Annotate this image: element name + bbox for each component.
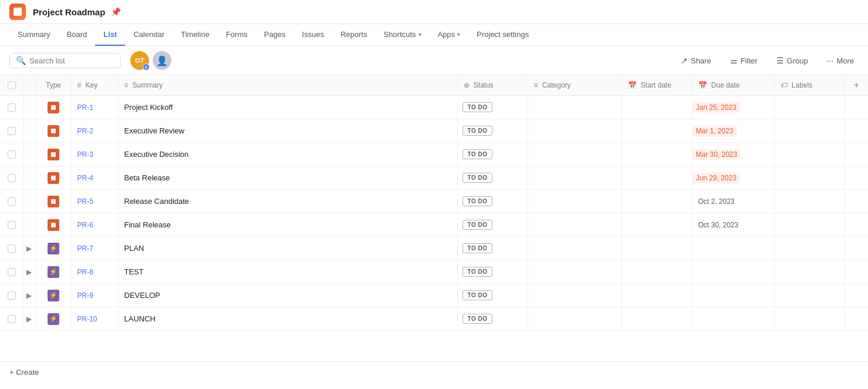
due-date: Mar 1, 2023	[693, 126, 737, 136]
table-row: PR-3Executive DecisionTO DOMar 30, 2023	[0, 143, 868, 166]
issues-table: Type # Key ≡ Summary ⊕ Status ≡ Category	[0, 75, 868, 331]
nav-list[interactable]: List	[95, 24, 125, 46]
issue-summary[interactable]: Executive Decision	[119, 150, 189, 159]
issue-key[interactable]: PR-6	[72, 221, 93, 229]
nav-shortcuts[interactable]: Shortcuts ▾	[376, 24, 430, 46]
status-badge: TO DO	[462, 196, 493, 206]
group-icon: ☰	[776, 56, 784, 65]
status-badge: TO DO	[462, 102, 493, 112]
issue-summary[interactable]: Final Release	[119, 220, 171, 229]
nav-reports[interactable]: Reports	[332, 24, 376, 46]
header-type: Type	[36, 75, 71, 96]
filter-button[interactable]: ⚌ Filter	[725, 53, 762, 68]
issue-summary[interactable]: TEST	[119, 267, 144, 276]
filter-icon: ⚌	[730, 56, 738, 65]
table-row: PR-6Final ReleaseTO DOOct 30, 2023	[0, 213, 868, 237]
nav-timeline[interactable]: Timeline	[173, 24, 218, 46]
milestone-icon	[48, 172, 59, 184]
nav-apps[interactable]: Apps ▾	[430, 24, 469, 46]
table-row: ▶⚡PR-7PLANTO DO	[0, 237, 868, 260]
row-checkbox[interactable]	[8, 221, 16, 229]
due-date: Jun 29, 2023	[693, 173, 740, 183]
issue-summary[interactable]: Executive Review	[119, 126, 185, 135]
row-checkbox[interactable]	[8, 291, 16, 300]
select-all-checkbox[interactable]	[8, 81, 16, 89]
nav-pages[interactable]: Pages	[256, 24, 294, 46]
create-button[interactable]: + Create	[9, 368, 859, 377]
status-badge: TO DO	[462, 314, 493, 324]
header-category: ≡ Category	[528, 75, 622, 96]
expand-button[interactable]: ▶	[24, 291, 34, 300]
expand-button[interactable]: ▶	[24, 244, 34, 253]
issue-key[interactable]: PR-8	[72, 268, 93, 276]
table-body: PR-1Project KickoffTO DOJan 25, 2023PR-2…	[0, 96, 868, 331]
nav-bar: Summary Board List Calendar Timeline For…	[0, 24, 868, 46]
expand-button[interactable]: ▶	[24, 268, 34, 276]
nav-forms[interactable]: Forms	[218, 24, 256, 46]
milestone-icon	[48, 125, 59, 137]
chevron-down-icon: ▾	[457, 31, 460, 38]
epic-icon: ⚡	[48, 266, 59, 278]
table-row: PR-2Executive ReviewTO DOMar 1, 2023	[0, 119, 868, 143]
startdate-icon: 📅	[628, 81, 637, 89]
nav-board[interactable]: Board	[59, 24, 96, 46]
row-checkbox[interactable]	[8, 197, 16, 206]
nav-project-settings[interactable]: Project settings	[468, 24, 537, 46]
toolbar: 🔍 OT 0 👤 ↗ Share ⚌ Filter ☰ Group ··· Mo…	[0, 46, 868, 75]
nav-calendar[interactable]: Calendar	[125, 24, 173, 46]
issue-key[interactable]: PR-9	[72, 291, 93, 300]
issue-key[interactable]: PR-5	[72, 197, 93, 206]
table-row: PR-5Release CandidateTO DOOct 2, 2023	[0, 190, 868, 213]
group-button[interactable]: ☰ Group	[772, 53, 813, 68]
issue-key[interactable]: PR-7	[72, 244, 93, 253]
issue-key[interactable]: PR-1	[72, 103, 93, 112]
row-checkbox[interactable]	[8, 244, 16, 253]
issue-key[interactable]: PR-10	[72, 315, 97, 323]
issue-summary[interactable]: Release Candidate	[119, 197, 190, 206]
row-checkbox[interactable]	[8, 268, 16, 276]
avatar-gray[interactable]: 👤	[153, 51, 171, 70]
status-badge: TO DO	[462, 126, 493, 136]
issue-key[interactable]: PR-3	[72, 150, 93, 159]
table-row: PR-1Project KickoffTO DOJan 25, 2023	[0, 96, 868, 119]
more-button[interactable]: ··· More	[822, 53, 859, 68]
top-bar: Project Roadmap 📌	[0, 0, 868, 24]
search-icon: 🔍	[16, 56, 26, 65]
row-checkbox[interactable]	[8, 150, 16, 159]
summary-icon: ≡	[124, 81, 129, 89]
header-key: # Key	[71, 75, 118, 96]
issue-key[interactable]: PR-2	[72, 127, 93, 135]
epic-icon: ⚡	[48, 243, 59, 254]
issue-summary[interactable]: Project Kickoff	[119, 103, 173, 112]
share-button[interactable]: ↗ Share	[676, 53, 716, 68]
issue-summary[interactable]: LAUNCH	[119, 314, 156, 323]
app-icon	[9, 4, 26, 20]
user-icon: 👤	[156, 55, 168, 66]
issue-summary[interactable]: DEVELOP	[119, 291, 160, 300]
pin-icon[interactable]: 📌	[111, 7, 121, 16]
search-box[interactable]: 🔍	[9, 53, 121, 68]
epic-icon: ⚡	[48, 313, 59, 325]
issue-summary[interactable]: PLAN	[119, 244, 144, 253]
due-date: Jan 25, 2023	[693, 102, 740, 113]
nav-summary[interactable]: Summary	[9, 24, 59, 46]
status-icon: ⊕	[464, 81, 470, 89]
table-row: ▶⚡PR-9DEVELOPTO DO	[0, 284, 868, 307]
nav-issues[interactable]: Issues	[294, 24, 333, 46]
expand-button[interactable]: ▶	[24, 315, 34, 323]
labels-icon: 🏷	[781, 81, 788, 89]
issue-key[interactable]: PR-4	[72, 174, 93, 182]
footer: + Create	[0, 361, 868, 383]
row-checkbox[interactable]	[8, 103, 16, 112]
search-input[interactable]	[29, 56, 114, 65]
row-checkbox[interactable]	[8, 174, 16, 182]
header-expand	[23, 75, 36, 96]
milestone-icon	[48, 219, 59, 231]
row-checkbox[interactable]	[8, 127, 16, 135]
row-checkbox[interactable]	[8, 315, 16, 323]
issue-summary[interactable]: Beta Release	[119, 173, 170, 182]
header-add-col[interactable]: +	[845, 75, 868, 96]
add-column-icon[interactable]: +	[854, 80, 859, 90]
status-badge: TO DO	[462, 267, 493, 277]
avatar-ot[interactable]: OT 0	[130, 51, 149, 70]
